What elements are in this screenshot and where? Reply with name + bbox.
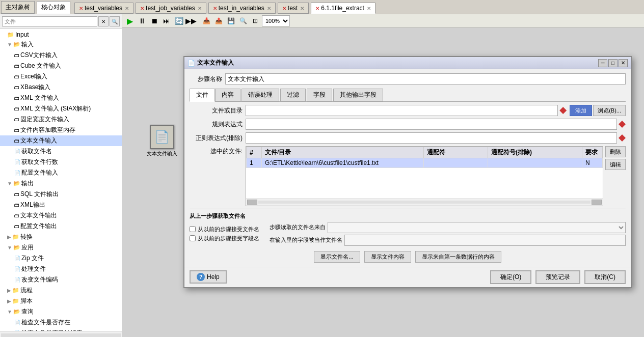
close-test-variables-icon[interactable]: ✕ <box>125 6 129 11</box>
tab-file[interactable]: 文件 <box>190 89 215 102</box>
show-filename-button[interactable]: 显示文件名... <box>314 251 360 263</box>
add-button[interactable]: 添加 <box>570 105 592 116</box>
modal-title-text: 文本文件输入 <box>197 59 234 67</box>
tree-item-encoding[interactable]: 📄 改变文件编码 <box>0 274 122 285</box>
tree-item-output-folder[interactable]: ▼ 📂 输出 <box>0 178 122 189</box>
tab-other-output[interactable]: 其他输出字段 <box>333 89 383 101</box>
regex-label: 规则表达式 <box>190 120 246 129</box>
tab-test-job-variables[interactable]: ✕ test_job_variables ✕ <box>136 3 206 14</box>
tree-item-app-folder[interactable]: ▼ 📂 应用 <box>0 242 122 253</box>
ok-button[interactable]: 确定(O) <box>490 270 531 284</box>
modal-close-button[interactable]: ✕ <box>619 59 628 67</box>
tree-item-text-file-input[interactable]: 🗃 文本文件输入 <box>0 135 122 146</box>
tree-item-get-filename[interactable]: 📄 获取文件名 <box>0 146 122 157</box>
exclude-regex-input[interactable] <box>246 132 617 144</box>
folder-expand-output: ▼ <box>7 181 12 186</box>
file-dir-diamond[interactable] <box>559 107 567 114</box>
close-test-icon[interactable]: ✕ <box>300 6 304 11</box>
zoom-out-button[interactable]: 🔍 <box>237 15 249 26</box>
modal-title-icon: 📄 <box>187 60 195 67</box>
prev-step-checkbox[interactable] <box>190 226 196 232</box>
item-icon-cube: 🗃 <box>14 63 19 69</box>
close-extract-icon[interactable]: ✕ <box>367 6 371 11</box>
export-button[interactable]: 📤 <box>213 15 224 26</box>
prev-field-checkbox[interactable] <box>190 235 196 241</box>
show-first-rows-button[interactable]: 显示来自第一条数据行的内容 <box>415 251 501 263</box>
item-icon-text: 🗃 <box>14 138 19 144</box>
tab-content[interactable]: 内容 <box>215 89 240 101</box>
tree-item-cube[interactable]: 🗃 Cube 文件输入 <box>0 61 122 71</box>
show-content-button[interactable]: 显示文件内容 <box>364 251 411 263</box>
tree-item-xml[interactable]: 🗃 XML 文件输入 <box>0 93 122 103</box>
search-button[interactable]: 🔍 <box>110 16 120 26</box>
tree-item-sql-output[interactable]: 🗃 SQL 文件输出 <box>0 189 122 200</box>
item-icon-config: 📄 <box>14 170 20 176</box>
tab-filter[interactable]: 过滤 <box>280 89 306 101</box>
save-button[interactable]: 💾 <box>225 15 236 26</box>
search-input[interactable] <box>2 16 97 26</box>
preview-button[interactable]: 预览记录 <box>535 270 580 284</box>
tab-error[interactable]: 错误处理 <box>242 89 279 101</box>
tree-tab-main[interactable]: 主对象树 <box>1 1 35 14</box>
tree-tab-core[interactable]: 核心对象 <box>37 1 70 14</box>
exclude-regex-diamond[interactable] <box>619 134 626 142</box>
tree-item-csv[interactable]: 🗃 CSV文件输入 <box>0 50 122 61</box>
col-required: 要求 <box>582 147 603 158</box>
folder-icon-flow: 📁 <box>12 287 19 294</box>
tab-fields[interactable]: 字段 <box>307 89 332 101</box>
tree-item-xbase[interactable]: 🗃 XBase输入 <box>0 82 122 93</box>
tree-item-check-exists[interactable]: 📄 检查文件是否存在 <box>0 317 122 328</box>
tree-item-load-mem[interactable]: 🗃 文件内容加载至内存 <box>0 125 122 135</box>
edit-row-button[interactable]: 编辑 <box>605 159 626 170</box>
tree-item-xml-output[interactable]: 🗃 XML输出 <box>0 200 122 210</box>
run-button[interactable]: ▶ <box>124 15 136 26</box>
folder-collapse-script: ▶ <box>7 298 11 304</box>
file-dir-input[interactable] <box>246 105 558 116</box>
tree-item-get-rows[interactable]: 📄 获取文件行数 <box>0 157 122 167</box>
field-as-file-input[interactable] <box>344 235 626 246</box>
modal-minimize-button[interactable]: ─ <box>598 59 607 67</box>
help-button[interactable]: ? Help <box>190 270 227 284</box>
close-test-job-icon[interactable]: ✕ <box>198 6 202 11</box>
tree-item-config-output[interactable]: 🗃 配置文件输出 <box>0 221 122 232</box>
search-clear-button[interactable]: ✕ <box>98 16 109 26</box>
tree-item-flow[interactable]: ▶ 📁 流程 <box>0 285 122 296</box>
modal-maximize-button[interactable]: □ <box>608 59 618 67</box>
tree-item-xml-stax[interactable]: 🗃 XML 文件输入 (StAX解析) <box>0 103 122 114</box>
tree-item-fixed-width[interactable]: 🗃 固定宽度文件输入 <box>0 114 122 125</box>
close-test-in-icon[interactable]: ✕ <box>267 6 271 11</box>
tree-item-transform[interactable]: ▶ 📁 转换 <box>0 232 122 242</box>
forward-button[interactable]: ▶▶ <box>185 15 197 26</box>
table-row[interactable]: 1 G:\ETL\Kettle\learn\6\custfile1\custfi… <box>247 158 603 168</box>
tree-item-input[interactable]: 📁 Input <box>0 30 122 39</box>
tree-item-process[interactable]: 📄 处理文件 <box>0 264 122 274</box>
stop-button[interactable]: ⏹ <box>149 15 160 26</box>
fit-button[interactable]: ⊡ <box>250 15 261 26</box>
tree-item-text-output[interactable]: 🗃 文本文件输出 <box>0 210 122 221</box>
regex-input[interactable] <box>246 119 617 130</box>
step-name-input[interactable] <box>225 73 626 85</box>
item-icon-fixed: 🗃 <box>14 117 19 122</box>
step-read-from-select[interactable] <box>328 222 626 233</box>
import-button[interactable]: 📥 <box>201 15 212 26</box>
tab-file-extract[interactable]: ✕ 6.1.1file_extract ✕ <box>311 3 375 14</box>
tab-test-variables[interactable]: ✕ test_variables ✕ <box>74 3 133 14</box>
delete-row-button[interactable]: 删除 <box>605 146 626 157</box>
replay-button[interactable]: 🔄 <box>173 15 184 26</box>
tree-item-script[interactable]: ▶ 📁 脚本 <box>0 296 122 306</box>
pause-button[interactable]: ⏸ <box>137 15 148 26</box>
step-run-button[interactable]: ⏭ <box>161 15 172 26</box>
tab-test[interactable]: ✕ test ✕ <box>278 3 309 14</box>
tree-item-inputs-folder[interactable]: ▼ 📂 输入 <box>0 39 122 50</box>
tree-item-query-folder[interactable]: ▼ 📂 查询 <box>0 306 122 317</box>
tree-item-zip[interactable]: 📄 Zip 文件 <box>0 253 122 264</box>
regex-diamond[interactable] <box>619 121 626 128</box>
zoom-select[interactable]: 100% <box>262 15 290 26</box>
folder-expand-icon: ▼ <box>7 42 12 47</box>
tab-test-in-variables[interactable]: ✕ test_in_variables ✕ <box>208 3 276 14</box>
tree-item-config-input[interactable]: 📄 配置文件输入 <box>0 167 122 178</box>
item-icon-excel: 🗃 <box>14 74 19 79</box>
browse-button[interactable]: 浏览(B)... <box>593 105 626 116</box>
tree-item-excel[interactable]: 🗃 Excel输入 <box>0 71 122 82</box>
cancel-button[interactable]: 取消(C) <box>584 270 626 284</box>
